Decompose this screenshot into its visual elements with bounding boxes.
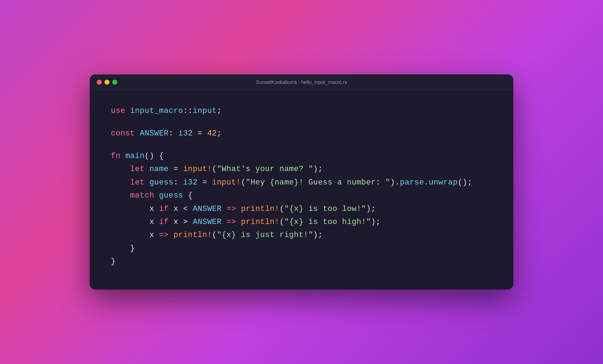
code-editor: use input_macro::input; const ANSWER: i3…	[90, 90, 513, 289]
maximize-button[interactable]	[112, 80, 117, 85]
traffic-lights	[97, 80, 117, 85]
blank-line-1	[111, 118, 492, 127]
code-window: SunsetKookaburra - hello_input_macro.rs …	[90, 74, 513, 289]
line-let-guess: let guess: i32 = input!("Hey {name}! Gue…	[111, 176, 492, 189]
window-title: SunsetKookaburra - hello_input_macro.rs	[256, 79, 347, 85]
line-let-name: let name = input!("What's your name? ");	[111, 163, 492, 176]
minimize-button[interactable]	[105, 80, 109, 85]
line-arm1: x if x < ANSWER => println!("{x} is too …	[111, 202, 492, 216]
titlebar: SunsetKookaburra - hello_input_macro.rs	[90, 74, 513, 90]
line-close-match: }	[111, 242, 492, 255]
line-arm3: x => println!("{x} is just right!");	[111, 229, 492, 242]
blank-line-2	[111, 140, 492, 150]
close-button[interactable]	[97, 80, 102, 85]
line-close-fn: }	[111, 255, 492, 268]
line-const: const ANSWER: i32 = 42;	[111, 127, 492, 140]
line-fn: fn main() {	[111, 150, 492, 163]
line-match: match guess {	[111, 189, 492, 202]
line-use: use input_macro::input;	[111, 104, 492, 117]
line-arm2: x if x > ANSWER => println!("{x} is too …	[111, 216, 492, 229]
